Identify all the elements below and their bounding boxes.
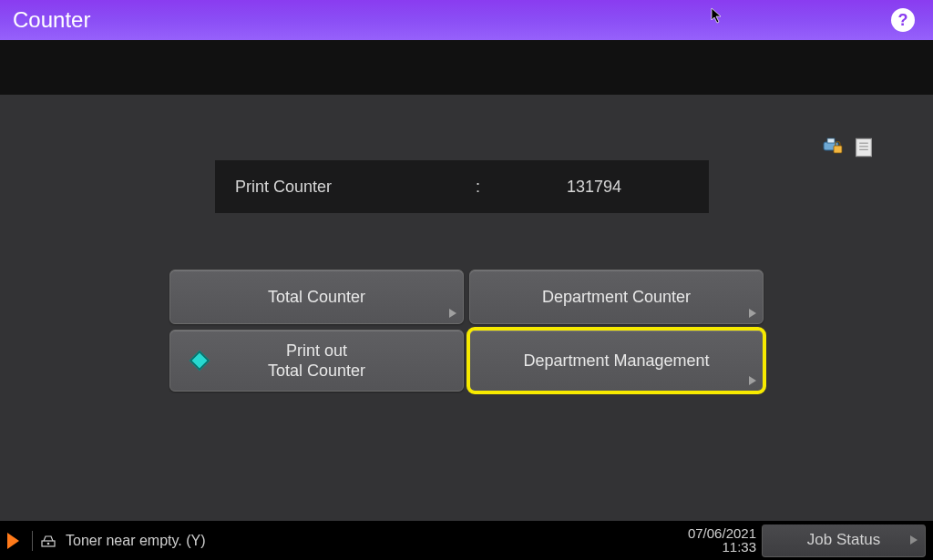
chevron-right-icon — [910, 535, 918, 545]
footer-time: 11:33 — [688, 541, 756, 555]
start-diamond-icon — [190, 351, 210, 372]
footer-message: Toner near empty. (Y) — [66, 533, 206, 549]
status-icons — [822, 137, 875, 155]
svg-rect-3 — [856, 138, 872, 156]
button-label: Department Counter — [542, 287, 691, 308]
title-bar: Counter ? — [0, 0, 933, 40]
footer-datetime: 07/06/2021 11:33 — [688, 526, 756, 555]
print-counter-label: Print Counter — [235, 178, 476, 197]
page-title: Counter — [13, 7, 90, 33]
counter-button-grid: Total Counter Department Counter Print o… — [169, 270, 764, 392]
print-out-total-counter-button[interactable]: Print out Total Counter — [169, 330, 464, 392]
document-icon — [853, 137, 875, 155]
divider — [32, 531, 33, 551]
main-panel: Print Counter : 131794 Total Counter Dep… — [0, 95, 933, 521]
button-label: Job Status — [807, 531, 880, 549]
job-status-button[interactable]: Job Status — [762, 524, 926, 557]
help-icon: ? — [898, 11, 908, 30]
print-counter-row: Print Counter : 131794 — [215, 160, 709, 213]
printer-locked-icon — [822, 137, 844, 155]
chevron-right-icon — [449, 309, 456, 318]
play-icon — [7, 533, 19, 549]
total-counter-button[interactable]: Total Counter — [169, 270, 464, 324]
button-label-line2: Total Counter — [268, 361, 365, 382]
toolbar-strip — [0, 40, 933, 95]
department-management-button[interactable]: Department Management — [469, 330, 764, 392]
help-button[interactable]: ? — [891, 8, 915, 32]
department-counter-button[interactable]: Department Counter — [469, 270, 764, 324]
chevron-right-icon — [749, 309, 756, 318]
svg-point-8 — [47, 542, 50, 545]
button-label: Total Counter — [268, 287, 365, 308]
svg-rect-1 — [827, 138, 835, 143]
button-label-line1: Print out — [286, 341, 347, 361]
cursor-icon — [711, 7, 723, 24]
tray-icon — [40, 534, 56, 548]
print-counter-separator: : — [476, 178, 512, 197]
footer-bar: Toner near empty. (Y) 07/06/2021 11:33 J… — [0, 521, 933, 560]
button-label: Department Management — [523, 351, 709, 372]
svg-rect-2 — [834, 146, 842, 153]
chevron-right-icon — [749, 376, 756, 385]
print-counter-value: 131794 — [512, 178, 689, 197]
footer-date: 07/06/2021 — [688, 526, 756, 541]
